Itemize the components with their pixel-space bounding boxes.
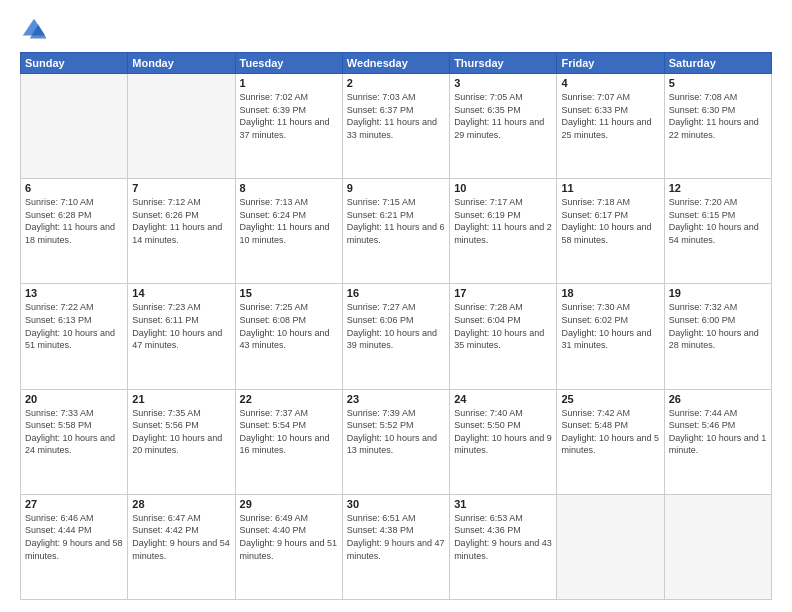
day-number: 19 (669, 287, 767, 299)
day-number: 28 (132, 498, 230, 510)
calendar-cell: 12Sunrise: 7:20 AM Sunset: 6:15 PM Dayli… (664, 179, 771, 284)
calendar-cell: 17Sunrise: 7:28 AM Sunset: 6:04 PM Dayli… (450, 284, 557, 389)
day-info: Sunrise: 7:32 AM Sunset: 6:00 PM Dayligh… (669, 301, 767, 351)
day-info: Sunrise: 7:02 AM Sunset: 6:39 PM Dayligh… (240, 91, 338, 141)
day-number: 29 (240, 498, 338, 510)
calendar-cell: 13Sunrise: 7:22 AM Sunset: 6:13 PM Dayli… (21, 284, 128, 389)
calendar-cell: 8Sunrise: 7:13 AM Sunset: 6:24 PM Daylig… (235, 179, 342, 284)
calendar-cell: 14Sunrise: 7:23 AM Sunset: 6:11 PM Dayli… (128, 284, 235, 389)
day-number: 13 (25, 287, 123, 299)
calendar-cell: 9Sunrise: 7:15 AM Sunset: 6:21 PM Daylig… (342, 179, 449, 284)
calendar-cell: 15Sunrise: 7:25 AM Sunset: 6:08 PM Dayli… (235, 284, 342, 389)
calendar-cell: 27Sunrise: 6:46 AM Sunset: 4:44 PM Dayli… (21, 494, 128, 599)
calendar-cell: 31Sunrise: 6:53 AM Sunset: 4:36 PM Dayli… (450, 494, 557, 599)
calendar-cell: 16Sunrise: 7:27 AM Sunset: 6:06 PM Dayli… (342, 284, 449, 389)
calendar-cell: 3Sunrise: 7:05 AM Sunset: 6:35 PM Daylig… (450, 74, 557, 179)
calendar-cell: 30Sunrise: 6:51 AM Sunset: 4:38 PM Dayli… (342, 494, 449, 599)
week-row-3: 13Sunrise: 7:22 AM Sunset: 6:13 PM Dayli… (21, 284, 772, 389)
day-number: 15 (240, 287, 338, 299)
weekday-saturday: Saturday (664, 53, 771, 74)
calendar-cell: 2Sunrise: 7:03 AM Sunset: 6:37 PM Daylig… (342, 74, 449, 179)
calendar-cell (21, 74, 128, 179)
calendar-cell: 23Sunrise: 7:39 AM Sunset: 5:52 PM Dayli… (342, 389, 449, 494)
day-info: Sunrise: 7:23 AM Sunset: 6:11 PM Dayligh… (132, 301, 230, 351)
day-number: 18 (561, 287, 659, 299)
week-row-2: 6Sunrise: 7:10 AM Sunset: 6:28 PM Daylig… (21, 179, 772, 284)
day-info: Sunrise: 6:47 AM Sunset: 4:42 PM Dayligh… (132, 512, 230, 562)
day-info: Sunrise: 7:40 AM Sunset: 5:50 PM Dayligh… (454, 407, 552, 457)
calendar-cell: 18Sunrise: 7:30 AM Sunset: 6:02 PM Dayli… (557, 284, 664, 389)
calendar-cell (557, 494, 664, 599)
weekday-header-row: SundayMondayTuesdayWednesdayThursdayFrid… (21, 53, 772, 74)
day-info: Sunrise: 7:44 AM Sunset: 5:46 PM Dayligh… (669, 407, 767, 457)
day-number: 26 (669, 393, 767, 405)
day-info: Sunrise: 7:13 AM Sunset: 6:24 PM Dayligh… (240, 196, 338, 246)
week-row-5: 27Sunrise: 6:46 AM Sunset: 4:44 PM Dayli… (21, 494, 772, 599)
weekday-thursday: Thursday (450, 53, 557, 74)
day-info: Sunrise: 7:07 AM Sunset: 6:33 PM Dayligh… (561, 91, 659, 141)
calendar-cell: 20Sunrise: 7:33 AM Sunset: 5:58 PM Dayli… (21, 389, 128, 494)
day-number: 27 (25, 498, 123, 510)
day-info: Sunrise: 7:10 AM Sunset: 6:28 PM Dayligh… (25, 196, 123, 246)
day-number: 24 (454, 393, 552, 405)
calendar-cell: 11Sunrise: 7:18 AM Sunset: 6:17 PM Dayli… (557, 179, 664, 284)
day-info: Sunrise: 7:37 AM Sunset: 5:54 PM Dayligh… (240, 407, 338, 457)
calendar-cell: 24Sunrise: 7:40 AM Sunset: 5:50 PM Dayli… (450, 389, 557, 494)
day-number: 30 (347, 498, 445, 510)
day-number: 12 (669, 182, 767, 194)
calendar-cell: 25Sunrise: 7:42 AM Sunset: 5:48 PM Dayli… (557, 389, 664, 494)
day-number: 4 (561, 77, 659, 89)
day-info: Sunrise: 7:18 AM Sunset: 6:17 PM Dayligh… (561, 196, 659, 246)
weekday-friday: Friday (557, 53, 664, 74)
day-info: Sunrise: 7:20 AM Sunset: 6:15 PM Dayligh… (669, 196, 767, 246)
day-number: 20 (25, 393, 123, 405)
weekday-sunday: Sunday (21, 53, 128, 74)
day-info: Sunrise: 7:30 AM Sunset: 6:02 PM Dayligh… (561, 301, 659, 351)
day-number: 3 (454, 77, 552, 89)
day-info: Sunrise: 7:15 AM Sunset: 6:21 PM Dayligh… (347, 196, 445, 246)
calendar-cell: 6Sunrise: 7:10 AM Sunset: 6:28 PM Daylig… (21, 179, 128, 284)
day-number: 21 (132, 393, 230, 405)
day-info: Sunrise: 7:33 AM Sunset: 5:58 PM Dayligh… (25, 407, 123, 457)
logo-icon (20, 16, 48, 44)
day-info: Sunrise: 6:53 AM Sunset: 4:36 PM Dayligh… (454, 512, 552, 562)
day-number: 16 (347, 287, 445, 299)
day-number: 23 (347, 393, 445, 405)
day-info: Sunrise: 7:17 AM Sunset: 6:19 PM Dayligh… (454, 196, 552, 246)
day-info: Sunrise: 7:25 AM Sunset: 6:08 PM Dayligh… (240, 301, 338, 351)
calendar-cell: 5Sunrise: 7:08 AM Sunset: 6:30 PM Daylig… (664, 74, 771, 179)
day-number: 11 (561, 182, 659, 194)
day-number: 22 (240, 393, 338, 405)
day-info: Sunrise: 7:28 AM Sunset: 6:04 PM Dayligh… (454, 301, 552, 351)
day-info: Sunrise: 6:51 AM Sunset: 4:38 PM Dayligh… (347, 512, 445, 562)
day-info: Sunrise: 7:05 AM Sunset: 6:35 PM Dayligh… (454, 91, 552, 141)
weekday-tuesday: Tuesday (235, 53, 342, 74)
day-info: Sunrise: 7:03 AM Sunset: 6:37 PM Dayligh… (347, 91, 445, 141)
calendar-cell: 4Sunrise: 7:07 AM Sunset: 6:33 PM Daylig… (557, 74, 664, 179)
day-info: Sunrise: 7:12 AM Sunset: 6:26 PM Dayligh… (132, 196, 230, 246)
day-info: Sunrise: 7:27 AM Sunset: 6:06 PM Dayligh… (347, 301, 445, 351)
day-info: Sunrise: 6:46 AM Sunset: 4:44 PM Dayligh… (25, 512, 123, 562)
calendar-cell: 7Sunrise: 7:12 AM Sunset: 6:26 PM Daylig… (128, 179, 235, 284)
day-number: 25 (561, 393, 659, 405)
day-number: 5 (669, 77, 767, 89)
day-number: 6 (25, 182, 123, 194)
day-number: 17 (454, 287, 552, 299)
calendar-cell: 1Sunrise: 7:02 AM Sunset: 6:39 PM Daylig… (235, 74, 342, 179)
calendar-table: SundayMondayTuesdayWednesdayThursdayFrid… (20, 52, 772, 600)
calendar-cell: 21Sunrise: 7:35 AM Sunset: 5:56 PM Dayli… (128, 389, 235, 494)
day-info: Sunrise: 7:35 AM Sunset: 5:56 PM Dayligh… (132, 407, 230, 457)
week-row-1: 1Sunrise: 7:02 AM Sunset: 6:39 PM Daylig… (21, 74, 772, 179)
day-number: 8 (240, 182, 338, 194)
day-number: 1 (240, 77, 338, 89)
calendar-cell (128, 74, 235, 179)
calendar-cell: 10Sunrise: 7:17 AM Sunset: 6:19 PM Dayli… (450, 179, 557, 284)
page: SundayMondayTuesdayWednesdayThursdayFrid… (0, 0, 792, 612)
calendar-cell: 19Sunrise: 7:32 AM Sunset: 6:00 PM Dayli… (664, 284, 771, 389)
day-number: 2 (347, 77, 445, 89)
day-info: Sunrise: 7:22 AM Sunset: 6:13 PM Dayligh… (25, 301, 123, 351)
calendar-cell: 28Sunrise: 6:47 AM Sunset: 4:42 PM Dayli… (128, 494, 235, 599)
calendar-cell: 26Sunrise: 7:44 AM Sunset: 5:46 PM Dayli… (664, 389, 771, 494)
calendar-cell: 22Sunrise: 7:37 AM Sunset: 5:54 PM Dayli… (235, 389, 342, 494)
day-info: Sunrise: 7:39 AM Sunset: 5:52 PM Dayligh… (347, 407, 445, 457)
